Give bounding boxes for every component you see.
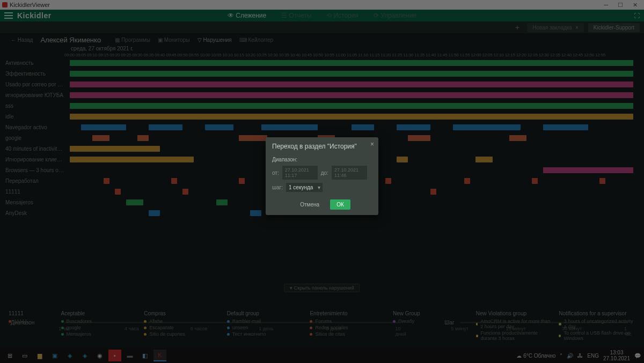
to-label: до: — [321, 170, 328, 176]
step-select[interactable]: 1 секунда▾ — [286, 183, 323, 192]
cancel-button[interactable]: Отмена — [294, 199, 326, 210]
modal-title: Переход в раздел "История" — [272, 143, 372, 150]
modal-overlay[interactable]: × Переход в раздел "История" Диапазон: о… — [0, 0, 644, 363]
from-label: от: — [272, 170, 279, 176]
step-label-modal: шаг: — [272, 184, 283, 190]
to-field[interactable]: 27.10.2021 11:46 — [332, 166, 367, 180]
modal-close-icon[interactable]: × — [370, 140, 374, 148]
history-modal: × Переход в раздел "История" Диапазон: о… — [266, 137, 378, 215]
ok-button[interactable]: ОК — [330, 199, 350, 210]
modal-range-label: Диапазон: — [272, 157, 372, 162]
from-field[interactable]: 27.10.2021 11:17 — [282, 166, 318, 180]
